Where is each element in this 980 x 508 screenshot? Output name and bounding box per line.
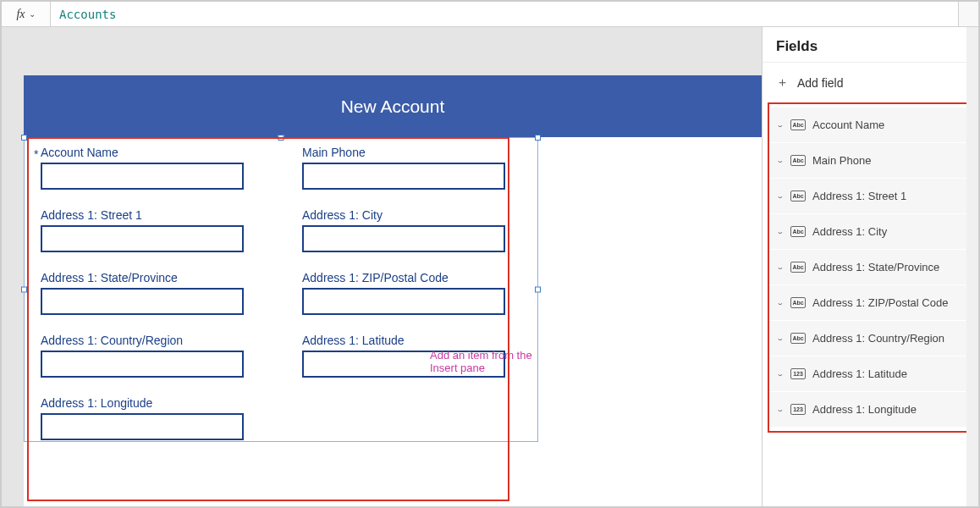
field-label: Account Name [41, 146, 260, 159]
add-field-label: Add field [797, 76, 843, 90]
field-item-label: Address 1: City [812, 225, 887, 238]
field-item-label: Address 1: Latitude [812, 367, 907, 380]
field-label: Address 1: Latitude [302, 334, 521, 347]
text-type-icon: Abc [790, 262, 806, 273]
text-input[interactable] [302, 288, 505, 315]
field-list-item[interactable]: ⌄ Abc Main Phone [769, 143, 973, 179]
required-indicator: * [34, 147, 38, 161]
field-item-label: Main Phone [812, 154, 871, 167]
field-item-label: Address 1: ZIP/Postal Code [812, 296, 948, 309]
field-list-item[interactable]: ⌄ Abc Address 1: ZIP/Postal Code [769, 285, 973, 321]
formula-input[interactable]: Accounts [51, 2, 958, 26]
insert-hint: Add an item from the Insert pane [430, 349, 538, 374]
workspace: New Account * Account Name Main Phone Ad… [2, 27, 978, 506]
field-label: Main Phone [302, 146, 521, 159]
field-list-item[interactable]: ⌄ Abc Address 1: City [769, 214, 973, 250]
field-item-label: Address 1: Longitude [812, 403, 917, 416]
chevron-down-icon: ⌄ [776, 406, 784, 413]
field-address-city[interactable]: Address 1: City [302, 208, 521, 252]
chevron-down-icon: ⌄ [776, 264, 784, 271]
formula-bar-end [958, 2, 978, 26]
text-input[interactable] [41, 351, 244, 378]
form-title-bar: New Account [24, 75, 762, 137]
fx-label-text: fx [16, 8, 25, 21]
text-input[interactable] [302, 225, 505, 252]
text-type-icon: Abc [790, 226, 806, 237]
fx-button[interactable]: fx ⌄ [2, 2, 51, 26]
field-label: Address 1: Country/Region [41, 334, 260, 347]
number-type-icon: 123 [790, 404, 806, 415]
field-address-state[interactable]: Address 1: State/Province [41, 271, 260, 315]
text-input[interactable] [41, 225, 244, 252]
field-main-phone[interactable]: Main Phone [302, 146, 521, 190]
field-list-item[interactable]: ⌄ 123 Address 1: Longitude [769, 392, 973, 428]
field-item-label: Address 1: State/Province [812, 261, 939, 273]
field-item-label: Address 1: Street 1 [812, 190, 906, 202]
chevron-down-icon: ⌄ [776, 229, 784, 235]
field-item-label: Address 1: Country/Region [812, 332, 944, 345]
chevron-down-icon: ⌄ [776, 300, 784, 306]
field-item-label: Account Name [812, 119, 884, 131]
field-address-country[interactable]: Address 1: Country/Region [41, 334, 260, 378]
field-list-item[interactable]: ⌄ Abc Address 1: Street 1 [769, 179, 973, 214]
field-list-item[interactable]: ⌄ Abc Address 1: State/Province [769, 250, 973, 285]
form-title: New Account [341, 97, 445, 117]
text-type-icon: Abc [790, 333, 806, 344]
chevron-down-icon: ⌄ [776, 371, 784, 378]
add-field-button[interactable]: ＋ Add field [763, 63, 978, 102]
text-type-icon: Abc [790, 119, 806, 130]
field-label: Address 1: City [302, 208, 521, 222]
chevron-down-icon: ⌄ [776, 193, 784, 200]
field-address-zip[interactable]: Address 1: ZIP/Postal Code [302, 271, 521, 315]
field-label: Address 1: ZIP/Postal Code [302, 271, 521, 284]
text-type-icon: Abc [790, 155, 806, 166]
text-input[interactable] [41, 413, 244, 440]
chevron-down-icon: ⌄ [776, 157, 784, 164]
field-list-item[interactable]: ⌄ Abc Address 1: Country/Region [769, 321, 973, 356]
chevron-down-icon: ⌄ [776, 335, 784, 342]
field-account-name[interactable]: Account Name [41, 146, 260, 190]
plus-icon: ＋ [776, 75, 789, 91]
chevron-down-icon: ⌄ [29, 9, 36, 19]
field-label: Address 1: Longitude [41, 396, 260, 410]
form-body[interactable]: * Account Name Main Phone Address 1: Str… [24, 137, 538, 501]
field-list-highlight: ⌄ Abc Account Name ⌄ Abc Main Phone ⌄ Ab… [768, 102, 975, 433]
fields-panel: Fields ＋ Add field ⌄ Abc Account Name ⌄ … [762, 27, 978, 506]
canvas-area[interactable]: New Account * Account Name Main Phone Ad… [2, 27, 762, 506]
field-list-item[interactable]: ⌄ 123 Address 1: Latitude [769, 356, 973, 392]
field-address-street[interactable]: Address 1: Street 1 [41, 208, 260, 252]
field-label: Address 1: Street 1 [41, 208, 260, 222]
field-list-item[interactable]: ⌄ Abc Account Name [769, 108, 973, 143]
text-type-icon: Abc [790, 190, 806, 202]
number-type-icon: 123 [790, 368, 806, 379]
panel-title: Fields [763, 27, 978, 63]
chevron-down-icon: ⌄ [776, 122, 784, 129]
text-type-icon: Abc [790, 297, 806, 308]
text-input[interactable] [302, 163, 505, 190]
form-card[interactable]: New Account * Account Name Main Phone Ad… [24, 75, 762, 506]
text-input[interactable] [41, 288, 244, 315]
formula-bar: fx ⌄ Accounts [2, 2, 978, 27]
scrollbar[interactable] [966, 27, 978, 506]
field-address-longitude[interactable]: Address 1: Longitude [41, 396, 260, 440]
text-input[interactable] [41, 163, 244, 190]
field-label: Address 1: State/Province [41, 271, 260, 284]
